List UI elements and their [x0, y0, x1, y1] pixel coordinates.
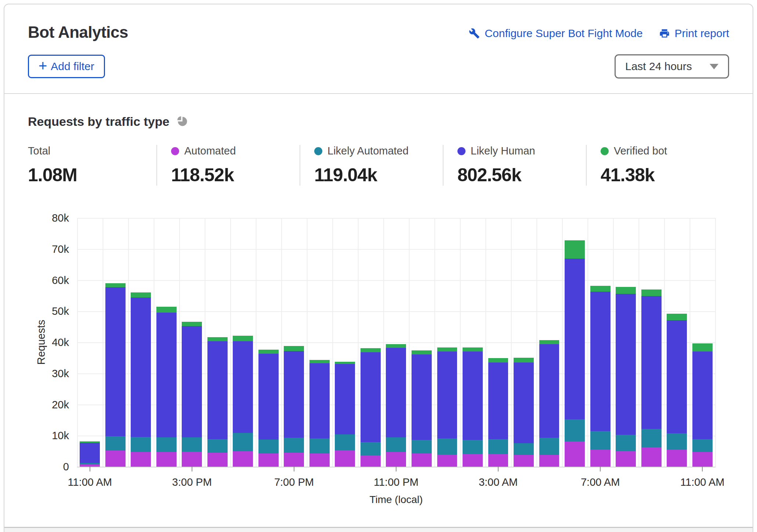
- bar-slot: [511, 358, 537, 467]
- stacked-bar[interactable]: [641, 289, 662, 467]
- bar-segment-likely_human: [284, 351, 304, 438]
- stacked-bar[interactable]: [539, 340, 559, 467]
- stat-value: 118.52k: [171, 164, 300, 186]
- bar-segment-likely_automated: [182, 437, 202, 452]
- stacked-bar[interactable]: [156, 307, 177, 467]
- stacked-bar[interactable]: [514, 358, 534, 467]
- x-tick-label: 7:00 AM: [581, 476, 620, 488]
- add-filter-button[interactable]: + Add filter: [28, 55, 105, 78]
- bar-segment-likely_automated: [156, 437, 177, 452]
- bar-segment-likely_human: [488, 362, 508, 439]
- stacked-bar[interactable]: [207, 337, 228, 467]
- bar-segment-verified_bot: [258, 350, 279, 353]
- automated-legend-dot: [171, 147, 179, 155]
- bar-segment-likely_human: [105, 287, 126, 436]
- stacked-bar[interactable]: [182, 322, 202, 467]
- x-axis-title: Time (local): [369, 494, 423, 506]
- y-tick-label: 30k: [28, 367, 69, 380]
- stacked-bar[interactable]: [590, 286, 611, 467]
- bar-segment-verified_bot: [488, 358, 508, 362]
- section-divider: [4, 527, 753, 532]
- y-tick-label: 70k: [28, 243, 69, 256]
- bar-segment-likely_human: [539, 344, 559, 438]
- stat-likely-human[interactable]: Likely Human 802.56k: [443, 145, 586, 186]
- stat-automated[interactable]: Automated 118.52k: [156, 145, 300, 186]
- bars: [77, 218, 715, 467]
- bar-segment-likely_human: [667, 320, 687, 433]
- stacked-bar[interactable]: [463, 347, 483, 467]
- stat-label: Likely Automated: [327, 145, 409, 157]
- stat-likely-automated[interactable]: Likely Automated 119.04k: [300, 145, 443, 186]
- stacked-bar[interactable]: [386, 344, 406, 467]
- bar-segment-likely_automated: [667, 433, 687, 449]
- bar-segment-verified_bot: [616, 287, 636, 294]
- stacked-bar[interactable]: [309, 360, 330, 467]
- stat-verified-bot[interactable]: Verified bot 41.38k: [586, 145, 729, 186]
- bar-slot: [332, 362, 358, 467]
- stacked-bar[interactable]: [412, 350, 432, 467]
- bar-segment-likely_automated: [284, 438, 304, 453]
- time-range-dropdown[interactable]: Last 24 hours: [615, 54, 729, 79]
- y-tick-label: 10k: [28, 429, 69, 442]
- y-tick-label: 20k: [28, 398, 69, 411]
- bar-segment-automated: [335, 450, 355, 467]
- bar-segment-likely_human: [156, 313, 177, 438]
- bar-segment-likely_human: [309, 363, 330, 438]
- bar-segment-likely_human: [565, 259, 585, 419]
- stacked-bar[interactable]: [692, 343, 713, 467]
- configure-super-bot-fight-mode-link[interactable]: Configure Super Bot Fight Mode: [469, 27, 642, 40]
- header-divider: [4, 93, 753, 94]
- stacked-bar[interactable]: [258, 350, 279, 467]
- bar-slot: [77, 441, 103, 467]
- bar-segment-likely_automated: [463, 440, 483, 454]
- wrench-icon: [469, 28, 480, 39]
- bar-slot: [358, 348, 384, 467]
- bar-segment-likely_automated: [412, 440, 432, 453]
- y-axis: 010k20k30k40k50k60k70k80k: [28, 218, 69, 467]
- bot-analytics-card: Bot Analytics Configure Super Bot Fight …: [4, 4, 753, 532]
- bar-segment-automated: [156, 452, 177, 467]
- bar-segment-verified_bot: [156, 307, 177, 313]
- x-tick-mark: [294, 467, 294, 471]
- bar-segment-likely_human: [80, 443, 100, 463]
- bar-segment-likely_automated: [437, 438, 457, 455]
- bar-slot: [638, 289, 664, 467]
- stat-label: Verified bot: [614, 145, 667, 157]
- section-title: Requests by traffic type: [28, 114, 169, 129]
- stacked-bar[interactable]: [284, 346, 304, 467]
- bar-segment-automated: [258, 453, 279, 467]
- bar-slot: [485, 358, 511, 467]
- stacked-bar[interactable]: [488, 358, 508, 467]
- stacked-bar[interactable]: [667, 314, 687, 467]
- stacked-bar[interactable]: [361, 348, 381, 467]
- bar-segment-automated: [463, 454, 483, 467]
- stacked-bar[interactable]: [131, 292, 151, 467]
- stacked-bar[interactable]: [616, 287, 636, 467]
- bar-segment-likely_automated: [258, 440, 279, 453]
- print-report-link[interactable]: Print report: [659, 27, 729, 40]
- bar-segment-likely_human: [463, 351, 483, 440]
- stacked-bar[interactable]: [565, 240, 585, 467]
- time-range-value: Last 24 hours: [625, 60, 692, 73]
- x-tick-label: 11:00 AM: [68, 476, 112, 488]
- stacked-bar[interactable]: [233, 336, 253, 467]
- bar-slot: [434, 347, 460, 467]
- bar-segment-verified_bot: [412, 350, 432, 354]
- bar-segment-automated: [437, 455, 457, 467]
- bar-segment-likely_automated: [590, 431, 611, 450]
- bar-segment-likely_human: [386, 348, 406, 437]
- bar-segment-likely_human: [590, 292, 611, 431]
- stacked-bar[interactable]: [335, 362, 355, 467]
- stacked-bar[interactable]: [437, 347, 457, 467]
- bar-segment-verified_bot: [437, 347, 457, 351]
- y-tick-label: 0: [28, 460, 69, 473]
- bar-segment-likely_automated: [233, 433, 253, 451]
- stacked-bar[interactable]: [80, 441, 100, 467]
- stacked-bar[interactable]: [105, 283, 126, 467]
- x-tick-mark: [498, 467, 499, 471]
- bar-segment-automated: [233, 451, 253, 467]
- bar-segment-verified_bot: [539, 340, 559, 344]
- bar-segment-verified_bot: [667, 314, 687, 320]
- x-tick-mark: [600, 467, 601, 471]
- x-tick-mark: [702, 467, 703, 471]
